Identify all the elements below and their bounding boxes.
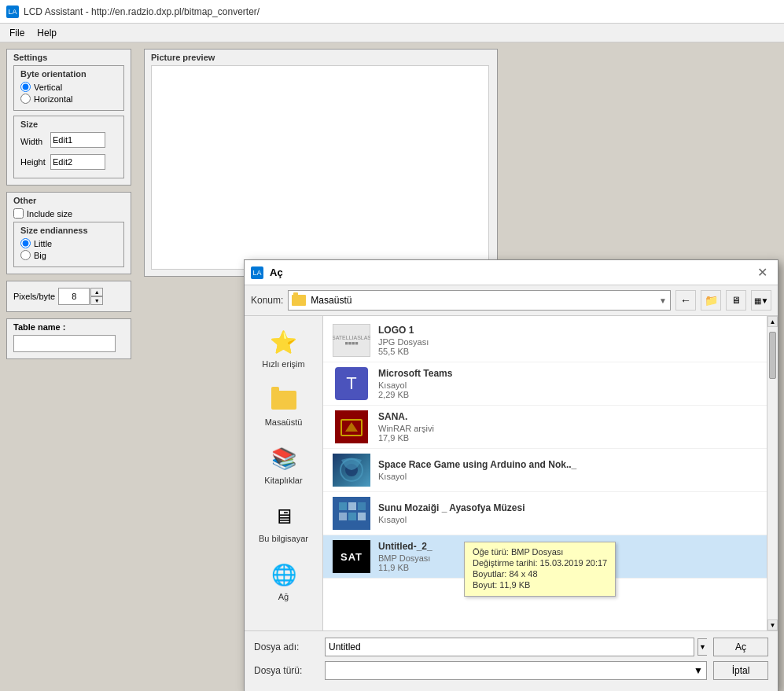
toolbar-folder-btn[interactable]: 📁: [701, 290, 721, 311]
file-info-untitled: Untitled-_2_ BMP Dosyası 11,9 KB: [378, 541, 757, 572]
file-info-space-race: Space Race Game using Arduino and Nok.._…: [378, 459, 757, 481]
big-radio-row: Big: [20, 250, 117, 260]
untitled-thumb-text: SAT: [340, 551, 363, 563]
sidebar-item-kitapliklar[interactable]: 📚 Kitaplıklar: [252, 439, 315, 491]
file-type-sana: WinRAR arşivi: [378, 424, 757, 433]
file-type-space-race: Kısayol: [378, 472, 757, 481]
file-size-sana: 17,9 KB: [378, 433, 757, 443]
file-thumb-sunu: [333, 497, 370, 530]
include-size-row: Include size: [13, 208, 124, 219]
svg-rect-9: [339, 513, 347, 520]
scrollbar-up[interactable]: ▲: [767, 316, 778, 327]
file-info-logo1: LOGO 1 JPG Dosyası 55,5 KB: [378, 325, 757, 356]
scrollbar[interactable]: ▲ ▼: [767, 316, 778, 630]
toolbar-view-btn[interactable]: ▦▼: [751, 290, 771, 311]
size-endianness-group: Size endianness Little Big: [13, 222, 124, 267]
sidebar-item-hizli-erisim[interactable]: ⭐ Hızlı erişim: [252, 322, 315, 374]
file-item-teams[interactable]: T Microsoft Teams Kısayol 2,29 KB: [323, 362, 767, 406]
scrollbar-thumb[interactable]: [769, 332, 776, 379]
menu-help[interactable]: Help: [31, 26, 63, 40]
file-name-sunu: Sunu Mozaiği _ Ayasofya Müzesi: [378, 502, 757, 513]
file-dialog: LA Aç ✕ Konum: Masaüstü ▼ ← 📁 🖥 ▦▼ ⭐ Hız…: [244, 259, 778, 691]
toolbar-new-folder-btn[interactable]: 🖥: [726, 290, 746, 311]
left-panel: Settings Byte orientation Vertical Horiz…: [0, 42, 138, 691]
menubar: File Help: [0, 24, 784, 42]
svg-rect-11: [358, 513, 366, 520]
file-name-logo1: LOGO 1: [378, 325, 757, 336]
dosya-adi-input[interactable]: [325, 638, 694, 656]
file-name-space-race: Space Race Game using Arduino and Nok.._: [378, 459, 757, 470]
untitled-thumbnail: SAT: [333, 540, 370, 573]
space-race-thumbnail: [333, 454, 370, 487]
pixels-input[interactable]: [58, 288, 90, 305]
sidebar-item-ag[interactable]: 🌐 Ağ: [252, 555, 315, 607]
dialog-close-button[interactable]: ✕: [753, 263, 771, 282]
include-size-label: Include size: [27, 209, 72, 219]
little-label: Little: [34, 239, 52, 248]
file-item-logo1[interactable]: SATELLIASLAS■■■■ LOGO 1 JPG Dosyası 55,5…: [323, 319, 767, 362]
file-item-untitled[interactable]: SAT Untitled-_2_ BMP Dosyası 11,9 KB: [323, 535, 767, 579]
picture-preview-group: Picture preview: [144, 49, 498, 277]
konum-arrow: ▼: [659, 296, 667, 305]
scrollbar-track: [767, 327, 778, 619]
file-size-logo1: 55,5 KB: [378, 347, 757, 356]
file-name-untitled: Untitled-_2_: [378, 541, 757, 552]
dialog-title: Aç: [270, 266, 283, 278]
kitapliklar-icon: 📚: [270, 444, 298, 472]
big-radio[interactable]: [20, 250, 31, 260]
file-info-sana: SANA. WinRAR arşivi 17,9 KB: [378, 411, 757, 443]
dialog-body: ⭐ Hızlı erişim Masaüstü 📚 Kitaplıklar: [245, 316, 778, 630]
spinner-down[interactable]: ▼: [90, 296, 103, 305]
sidebar-item-masaustu[interactable]: Masaüstü: [252, 380, 315, 432]
titlebar: LA LCD Assistant - http://en.radzio.dxp.…: [0, 0, 784, 24]
dialog-filelist: SATELLIASLAS■■■■ LOGO 1 JPG Dosyası 55,5…: [323, 316, 767, 630]
pixels-byte-group: Pixels/byte ▲ ▼: [6, 281, 131, 312]
file-item-sana[interactable]: SANA. WinRAR arşivi 17,9 KB: [323, 406, 767, 449]
menu-file[interactable]: File: [3, 26, 31, 40]
file-name-teams: Microsoft Teams: [378, 368, 757, 379]
pixels-label: Pixels/byte: [13, 292, 55, 301]
dosya-turu-arrow: ▼: [694, 665, 703, 676]
masaustu-icon: [270, 386, 298, 414]
pixels-spinner: ▲ ▼: [58, 288, 103, 305]
big-label: Big: [34, 251, 46, 260]
dosya-turu-dropdown[interactable]: ▼: [325, 661, 707, 680]
size-endianness-label: Size endianness: [20, 226, 117, 235]
spinner-up[interactable]: ▲: [90, 288, 103, 296]
app-title: LCD Assistant - http://en.radzio.dxp.pl/…: [24, 6, 259, 17]
table-name-input[interactable]: [13, 335, 116, 352]
horizontal-radio[interactable]: [20, 94, 31, 104]
file-thumb-teams: T: [333, 367, 370, 400]
file-item-sunu[interactable]: Sunu Mozaiği _ Ayasofya Müzesi Kısayol: [323, 492, 767, 535]
file-size-teams: 2,29 KB: [378, 390, 757, 399]
dosya-adi-row: Dosya adı: ▼ Aç: [254, 638, 768, 656]
vertical-radio[interactable]: [20, 82, 31, 92]
little-radio[interactable]: [20, 238, 31, 248]
toolbar-back-btn[interactable]: ←: [675, 290, 696, 311]
file-item-space-race[interactable]: Space Race Game using Arduino and Nok.._…: [323, 449, 767, 492]
byte-orientation-label: Byte orientation: [20, 69, 117, 79]
file-type-sunu: Kısayol: [378, 515, 757, 524]
bu-bilgisayar-icon: 🖥: [270, 502, 298, 531]
dialog-sidebar: ⭐ Hızlı erişim Masaüstü 📚 Kitaplıklar: [245, 316, 323, 630]
ac-button[interactable]: Aç: [713, 638, 768, 656]
svg-rect-6: [339, 502, 347, 510]
width-input[interactable]: [50, 132, 105, 148]
logo1-thumbnail: SATELLIASLAS■■■■: [333, 324, 370, 357]
scrollbar-down[interactable]: ▼: [767, 619, 778, 630]
dosya-turu-row: Dosya türü: ▼ İptal: [254, 661, 768, 680]
height-row: Height: [20, 154, 117, 170]
svg-rect-8: [358, 502, 366, 510]
konum-dropdown[interactable]: Masaüstü ▼: [288, 290, 671, 311]
picture-preview-title: Picture preview: [151, 53, 491, 62]
vertical-radio-row: Vertical: [20, 82, 117, 92]
iptal-button[interactable]: İptal: [713, 661, 768, 680]
byte-orientation-group: Byte orientation Vertical Horizontal: [13, 65, 124, 111]
sidebar-item-bu-bilgisayar[interactable]: 🖥 Bu bilgisayar: [252, 497, 315, 549]
width-row: Width: [20, 132, 117, 151]
ag-icon: 🌐: [270, 561, 298, 589]
height-input[interactable]: [50, 154, 105, 170]
dialog-toolbar: Konum: Masaüstü ▼ ← 📁 🖥 ▦▼: [245, 285, 778, 316]
other-group: Other Include size Size endianness Littl…: [6, 192, 131, 274]
include-size-checkbox[interactable]: [13, 208, 24, 219]
